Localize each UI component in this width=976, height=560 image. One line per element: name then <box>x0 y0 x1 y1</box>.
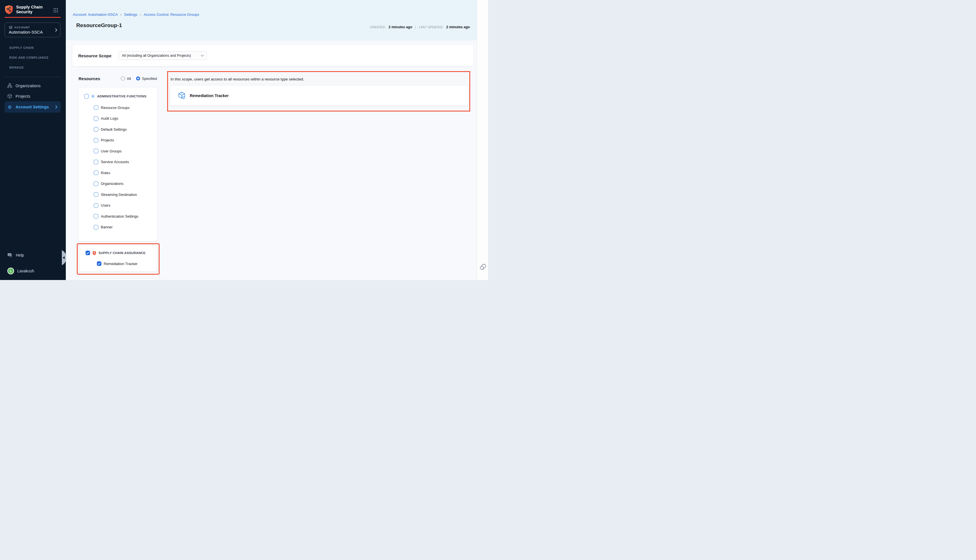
row-projects[interactable]: Projects <box>78 135 157 146</box>
sidebar-collapse-handle[interactable] <box>62 250 66 265</box>
brand-title: Supply Chain Security <box>16 5 43 14</box>
created-value: 2 minutes ago <box>389 25 412 29</box>
row-audit-logs[interactable]: Audit Logs <box>78 113 157 124</box>
resource-scope-card: Resource Scope All (including all Organi… <box>72 45 474 66</box>
radio-all-label: All <box>127 77 131 81</box>
page-title: ResourceGroup-1 <box>76 22 122 28</box>
row-service-accounts[interactable]: Service Accounts <box>78 157 157 168</box>
sidebar-item-label: Organizations <box>15 83 41 88</box>
supply-chain-assurance-checkbox[interactable] <box>85 251 90 255</box>
row-label: Banner <box>101 225 113 229</box>
account-name: Automation-SSCA <box>9 30 55 35</box>
breadcrumb-separator: › <box>140 12 141 17</box>
group-label: SUPPLY CHAIN ASSURANCE <box>98 251 146 255</box>
authentication-settings-checkbox[interactable] <box>94 214 98 218</box>
row-label: Organizations <box>101 182 123 186</box>
brand-shield-logo <box>5 5 13 14</box>
group-label: ADMINISTRATIVE FUNCTIONS <box>97 95 146 98</box>
administrative-functions-card: ⚙ ADMINISTRATIVE FUNCTIONS Resource Grou… <box>78 88 157 241</box>
default-settings-checkbox[interactable] <box>94 127 98 132</box>
row-label: Audit Logs <box>101 116 118 120</box>
org-chart-icon <box>7 83 12 88</box>
row-streaming-destination[interactable]: Streaming Destination <box>78 189 157 200</box>
service-accounts-checkbox[interactable] <box>94 160 98 164</box>
app-root: Supply Chain Security ACCOUNT Automati <box>0 0 488 280</box>
help-label: Help <box>16 253 24 257</box>
user-groups-checkbox[interactable] <box>94 149 98 153</box>
row-label: Resource Groups <box>101 105 130 110</box>
user-name: Lavakush <box>17 269 34 273</box>
remediation-tracker-checkbox[interactable] <box>97 262 102 266</box>
account-selector[interactable]: ACCOUNT Automation-SSCA <box>5 23 60 37</box>
row-label: Streaming Destination <box>101 192 137 197</box>
resources-header: Resources All Specified <box>78 75 157 82</box>
row-label: User Groups <box>101 149 122 153</box>
cube-edit-icon <box>178 92 185 99</box>
chevron-right-icon <box>55 28 57 32</box>
sidebar-item-manage[interactable]: MANAGE <box>9 66 24 69</box>
help-button[interactable]: ? Help <box>5 250 61 260</box>
sidebar-item-label: Account Settings <box>15 105 49 109</box>
roles-checkbox[interactable] <box>94 170 98 175</box>
sidebar-item-label: Projects <box>15 94 30 98</box>
chevron-down-icon <box>201 55 204 57</box>
breadcrumb-account[interactable]: Account: Automation-SSCA <box>73 12 118 17</box>
resource-scope-label: Resource Scope <box>78 53 112 58</box>
gear-icon: ⚙ <box>7 105 12 110</box>
row-users[interactable]: Users <box>78 200 157 211</box>
apps-grid-icon[interactable] <box>53 8 58 13</box>
account-label: ACCOUNT <box>14 26 30 29</box>
next-group-card-partial <box>78 279 157 280</box>
breadcrumb-settings[interactable]: Settings <box>124 12 137 17</box>
radio-all[interactable]: All <box>121 77 131 81</box>
breadcrumb: Account: Automation-SSCA › Settings › Ac… <box>73 12 199 17</box>
radio-all-circle[interactable] <box>121 77 125 80</box>
users-checkbox[interactable] <box>94 203 98 208</box>
sidebar-item-account-settings[interactable]: ⚙ Account Settings <box>5 101 61 113</box>
row-default-settings[interactable]: Default Settings <box>78 124 157 135</box>
checkmark-icon <box>98 262 100 265</box>
main-content: Resource Scope All (including all Organi… <box>66 40 477 280</box>
brand: Supply Chain Security <box>5 4 61 15</box>
row-banner[interactable]: Banner <box>78 222 157 233</box>
layers-icon <box>9 26 13 29</box>
selected-resource-label: Remediation Tracker <box>190 93 229 98</box>
chevron-right-icon <box>55 105 57 109</box>
resource-scope-dropdown[interactable]: All (including all Organizations and Pro… <box>118 52 207 60</box>
chat-support-icon[interactable] <box>479 263 487 270</box>
sidebar-item-supply-chain[interactable]: SUPPLY CHAIN <box>9 46 34 49</box>
organizations-checkbox[interactable] <box>94 182 98 186</box>
sidebar-item-projects[interactable]: Projects <box>5 91 61 101</box>
administrative-functions-checkbox[interactable] <box>84 94 89 98</box>
row-roles[interactable]: Roles <box>78 167 157 178</box>
radio-specified[interactable]: Specified <box>136 77 157 81</box>
streaming-destination-checkbox[interactable] <box>94 192 98 197</box>
help-chat-icon: ? <box>7 253 13 258</box>
resource-scope-value: All (including all Organizations and Pro… <box>122 53 201 58</box>
breadcrumb-separator: › <box>120 12 122 17</box>
breadcrumb-resource-groups[interactable]: Access Control: Resource Groups <box>144 12 199 17</box>
group-supply-chain-assurance[interactable]: SUPPLY CHAIN ASSURANCE <box>79 248 157 258</box>
created-label: CREATED: <box>370 25 386 29</box>
sidebar-item-organizations[interactable]: Organizations <box>5 80 61 91</box>
user-menu[interactable]: L Lavakush <box>5 266 61 276</box>
audit-logs-checkbox[interactable] <box>94 116 98 121</box>
meta-timestamps: CREATED: 2 minutes ago | LAST UPDATED: 2… <box>370 25 470 29</box>
cube-icon <box>7 94 12 98</box>
scope-note-text: In this scope, users get access to all r… <box>170 77 304 81</box>
row-user-groups[interactable]: User Groups <box>78 146 157 157</box>
resource-groups-checkbox[interactable] <box>94 105 98 110</box>
row-organizations[interactable]: Organizations <box>78 178 157 189</box>
shield-icon <box>92 251 96 255</box>
group-administrative-functions[interactable]: ⚙ ADMINISTRATIVE FUNCTIONS <box>78 92 157 100</box>
row-authentication-settings[interactable]: Authentication Settings <box>78 211 157 222</box>
banner-checkbox[interactable] <box>94 225 98 230</box>
row-remediation-tracker[interactable]: Remediation Tracker <box>79 258 157 269</box>
row-resource-groups[interactable]: Resource Groups <box>78 102 157 113</box>
administrative-functions-items: Resource Groups Audit Logs Default Setti… <box>78 102 157 233</box>
projects-checkbox[interactable] <box>94 138 98 143</box>
radio-specified-circle[interactable] <box>136 77 140 80</box>
brand-accent-rule <box>5 17 61 18</box>
sidebar-item-risk-and-compliance[interactable]: RISK AND COMPLIANCE <box>9 56 48 59</box>
row-label: Service Accounts <box>101 160 129 164</box>
